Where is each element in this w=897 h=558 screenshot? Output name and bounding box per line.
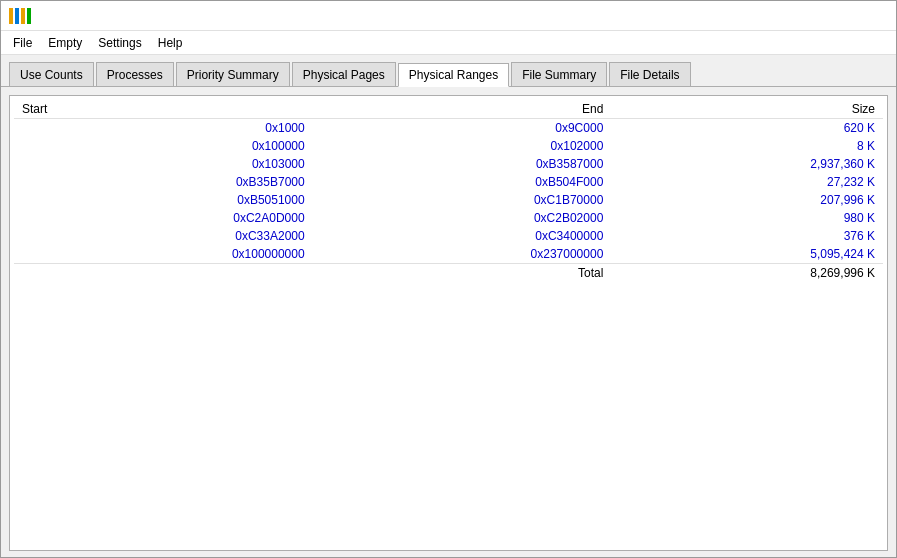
table-row: 0x1000000x1020008 K (14, 137, 883, 155)
col-header-end: End (313, 100, 612, 119)
tab-processes[interactable]: Processes (96, 62, 174, 86)
tab-physical-pages[interactable]: Physical Pages (292, 62, 396, 86)
col-header-start: Start (14, 100, 313, 119)
app-icon (9, 8, 31, 24)
menu-item-file[interactable]: File (5, 34, 40, 52)
cell-end: 0x102000 (313, 137, 612, 155)
title-bar-left (9, 8, 37, 24)
window-controls[interactable] (800, 6, 888, 26)
total-size: 8,269,996 K (611, 264, 883, 283)
cell-start: 0xB5051000 (14, 191, 313, 209)
table-row: 0xB35B70000xB504F00027,232 K (14, 173, 883, 191)
cell-size: 8 K (611, 137, 883, 155)
cell-start: 0x103000 (14, 155, 313, 173)
menu-item-help[interactable]: Help (150, 34, 191, 52)
table-row: 0xC2A0D0000xC2B02000980 K (14, 209, 883, 227)
menu-item-settings[interactable]: Settings (90, 34, 149, 52)
cell-start: 0xC33A2000 (14, 227, 313, 245)
tab-use-counts[interactable]: Use Counts (9, 62, 94, 86)
content-area: StartEndSize 0x10000x9C000620 K0x1000000… (9, 95, 888, 551)
cell-start: 0xB35B7000 (14, 173, 313, 191)
cell-end: 0x9C000 (313, 119, 612, 138)
cell-end: 0xB504F000 (313, 173, 612, 191)
table-row: 0xC33A20000xC3400000376 K (14, 227, 883, 245)
cell-size: 980 K (611, 209, 883, 227)
cell-start: 0xC2A0D000 (14, 209, 313, 227)
maximize-button[interactable] (830, 6, 858, 26)
table-header-row: StartEndSize (14, 100, 883, 119)
close-button[interactable] (860, 6, 888, 26)
minimize-button[interactable] (800, 6, 828, 26)
tab-priority-summary[interactable]: Priority Summary (176, 62, 290, 86)
title-bar (1, 1, 896, 31)
cell-size: 207,996 K (611, 191, 883, 209)
cell-end: 0xB3587000 (313, 155, 612, 173)
icon-bar-2 (15, 8, 19, 24)
icon-bar-3 (21, 8, 25, 24)
cell-size: 27,232 K (611, 173, 883, 191)
icon-bar-1 (9, 8, 13, 24)
total-label: Total (14, 264, 611, 283)
menu-bar: FileEmptySettingsHelp (1, 31, 896, 55)
table-row: 0x1000000000x2370000005,095,424 K (14, 245, 883, 264)
table-row: 0x1030000xB35870002,937,360 K (14, 155, 883, 173)
tab-file-details[interactable]: File Details (609, 62, 690, 86)
tab-file-summary[interactable]: File Summary (511, 62, 607, 86)
physical-ranges-table: StartEndSize 0x10000x9C000620 K0x1000000… (14, 100, 883, 282)
cell-size: 2,937,360 K (611, 155, 883, 173)
cell-end: 0xC2B02000 (313, 209, 612, 227)
cell-start: 0x100000 (14, 137, 313, 155)
table-total-row: Total8,269,996 K (14, 264, 883, 283)
table-row: 0xB50510000xC1B70000207,996 K (14, 191, 883, 209)
col-header-size: Size (611, 100, 883, 119)
cell-size: 376 K (611, 227, 883, 245)
cell-end: 0xC1B70000 (313, 191, 612, 209)
cell-size: 5,095,424 K (611, 245, 883, 264)
icon-bar-4 (27, 8, 31, 24)
cell-size: 620 K (611, 119, 883, 138)
cell-start: 0x1000 (14, 119, 313, 138)
cell-end: 0xC3400000 (313, 227, 612, 245)
tab-bar: Use CountsProcessesPriority SummaryPhysi… (1, 55, 896, 87)
menu-item-empty[interactable]: Empty (40, 34, 90, 52)
cell-end: 0x237000000 (313, 245, 612, 264)
table-row: 0x10000x9C000620 K (14, 119, 883, 138)
cell-start: 0x100000000 (14, 245, 313, 264)
tab-physical-ranges[interactable]: Physical Ranges (398, 63, 509, 87)
